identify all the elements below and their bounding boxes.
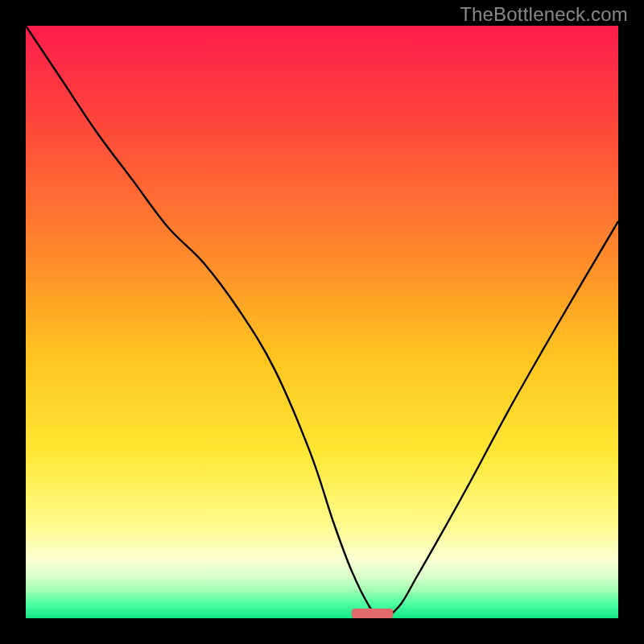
watermark-text: TheBottleneck.com [460,3,628,26]
bottleneck-chart [26,26,618,618]
chart-frame: TheBottleneck.com [0,0,644,644]
optimum-marker [352,609,394,618]
chart-background [26,26,618,618]
